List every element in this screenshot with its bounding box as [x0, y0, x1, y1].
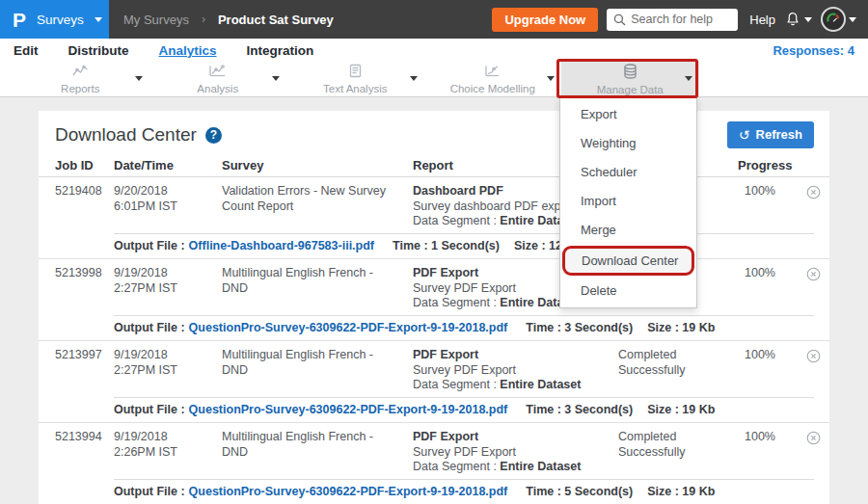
cancel-job-icon[interactable] — [798, 184, 829, 229]
cancel-job-icon[interactable] — [798, 266, 829, 311]
chevron-down-icon[interactable] — [272, 76, 280, 81]
header-date-time: Date/Time — [114, 158, 222, 172]
survey-nav: Edit Distribute Analytics Integration Re… — [0, 39, 868, 62]
toolbar-analysis-label: Analysis — [197, 83, 238, 94]
job-id: 5213994 — [55, 430, 114, 475]
output-file-label: Output File : — [114, 403, 185, 416]
output-size: Size : 19 Kb — [647, 403, 715, 416]
table-row: 5213997 9/19/2018 2:27PM IST Multilingua… — [39, 341, 829, 423]
menu-item-scheduler[interactable]: Scheduler — [560, 158, 696, 187]
tab-edit[interactable]: Edit — [14, 43, 39, 58]
topbar-actions: Upgrade Now Help — [492, 7, 868, 32]
toolbar-text-analysis[interactable]: Text Analysis — [286, 62, 424, 96]
report-title: PDF Export — [413, 348, 607, 363]
table-body: 5219408 9/20/2018 6:01PM IST Validation … — [39, 177, 829, 504]
date-time: 9/19/2018 2:26PM IST — [114, 430, 222, 475]
surveys-menu-label: Surveys — [37, 13, 84, 27]
table-row: 5213998 9/19/2018 2:27PM IST Multilingua… — [39, 259, 829, 341]
document-chart-icon — [348, 64, 363, 82]
chevron-down-icon — [849, 17, 856, 22]
output-file-link[interactable]: QuestionPro-Survey-6309622-PDF-Export-9-… — [189, 321, 508, 334]
top-bar: P Surveys My Surveys › Product Sat Surve… — [0, 0, 868, 39]
data-segment-label: Data Segment : — [413, 378, 497, 391]
questionpro-logo-icon: P — [13, 10, 26, 30]
toolbar-choice-modelling-label: Choice Modelling — [450, 83, 535, 94]
search-input[interactable] — [631, 13, 731, 26]
menu-item-download-center[interactable]: Download Center — [565, 249, 692, 273]
chevron-down-icon[interactable] — [410, 76, 418, 81]
responses-count[interactable]: Responses: 4 — [773, 43, 854, 58]
chevron-down-icon[interactable] — [135, 76, 143, 81]
tab-integration[interactable]: Integration — [247, 43, 314, 58]
output-time: Time : 3 Second(s) — [526, 321, 633, 334]
toolbar-reports[interactable]: Reports — [12, 62, 149, 96]
tab-analytics[interactable]: Analytics — [159, 43, 217, 58]
breadcrumb-separator: › — [202, 13, 205, 26]
table-header: Job ID Date/Time Survey Report Progress — [39, 149, 829, 177]
survey-name: Multilingual English French - DND — [222, 430, 413, 475]
download-center-panel: Download Center ? ↺ Refresh Job ID Date/… — [39, 111, 829, 504]
breadcrumb-current: Product Sat Survey — [218, 13, 334, 27]
refresh-button-label: Refresh — [756, 127, 802, 142]
data-segment-value: Entire Dataset — [500, 378, 581, 391]
output-file-link[interactable]: QuestionPro-Survey-6309622-PDF-Export-9-… — [189, 485, 508, 498]
output-time: Time : 1 Second(s) — [393, 239, 500, 252]
toolbar-reports-label: Reports — [61, 83, 99, 94]
data-segment-value: Entire Dataset — [500, 460, 581, 473]
report-desc: Survey PDF Export — [413, 363, 607, 379]
output-file-row: Output File :QuestionPro-Survey-6309622-… — [114, 479, 814, 504]
report-info: PDF Export Survey PDF Export Data Segmen… — [413, 430, 618, 475]
toolbar-analysis[interactable]: Analysis — [149, 62, 287, 96]
account-menu[interactable] — [821, 7, 856, 32]
upgrade-now-button[interactable]: Upgrade Now — [492, 8, 598, 32]
job-id: 5213997 — [55, 348, 114, 393]
table-row: 5219408 9/20/2018 6:01PM IST Validation … — [39, 177, 829, 259]
menu-item-import[interactable]: Import — [560, 187, 696, 216]
refresh-button[interactable]: ↺ Refresh — [727, 121, 814, 148]
bell-icon — [784, 11, 801, 28]
output-time: Time : 5 Second(s) — [526, 485, 633, 498]
toolbar-text-analysis-label: Text Analysis — [323, 83, 387, 94]
menu-item-weighting[interactable]: Weighting — [560, 129, 696, 158]
progress-value: 100% — [738, 266, 798, 311]
progress-value: 100% — [738, 430, 798, 475]
status-text: Completed Successfully — [618, 430, 738, 475]
menu-item-delete[interactable]: Delete — [560, 277, 696, 305]
output-size: Size : 19 Kb — [647, 485, 715, 498]
notifications-button[interactable] — [784, 11, 812, 28]
line-chart-icon — [71, 64, 90, 82]
annotation-download-center: Download Center — [562, 246, 694, 276]
data-segment: Data Segment : Entire Dataset — [413, 460, 607, 475]
help-search[interactable] — [607, 9, 738, 31]
breadcrumb-my-surveys[interactable]: My Surveys — [123, 13, 189, 27]
menu-item-merge[interactable]: Merge — [560, 216, 696, 245]
data-segment-label: Data Segment : — [413, 460, 497, 473]
output-time: Time : 3 Second(s) — [526, 403, 633, 416]
surveys-menu[interactable]: P Surveys — [0, 0, 109, 39]
report-info: PDF Export Survey PDF Export Data Segmen… — [413, 348, 618, 393]
help-link[interactable]: Help — [749, 13, 775, 27]
report-desc: Survey PDF Export — [413, 445, 607, 461]
cancel-job-icon[interactable] — [798, 348, 829, 393]
menu-item-export[interactable]: Export — [560, 100, 696, 129]
scatter-chart-icon — [208, 64, 227, 82]
status-text: Completed Successfully — [618, 348, 738, 393]
date-time: 9/19/2018 2:27PM IST — [114, 348, 222, 393]
chevron-down-icon[interactable] — [685, 76, 692, 81]
toolbar-manage-data-label: Manage Data — [597, 84, 664, 95]
output-file-link[interactable]: Offline-Dashboard-967583-iii.pdf — [189, 239, 374, 252]
toolbar-choice-modelling[interactable]: Choice Modelling — [424, 62, 562, 96]
chevron-down-icon[interactable] — [547, 76, 555, 81]
cancel-job-icon[interactable] — [798, 430, 829, 475]
help-icon[interactable]: ? — [205, 127, 222, 144]
header-survey: Survey — [222, 158, 413, 172]
breadcrumb: My Surveys › Product Sat Survey — [109, 13, 492, 27]
tab-distribute[interactable]: Distribute — [68, 43, 129, 58]
table-row: 5213994 9/19/2018 2:26PM IST Multilingua… — [39, 423, 829, 504]
output-file-row: Output File :QuestionPro-Survey-6309622-… — [114, 397, 814, 423]
toolbar-manage-data[interactable]: Manage Data — [561, 62, 699, 96]
output-file-link[interactable]: QuestionPro-Survey-6309622-PDF-Export-9-… — [189, 403, 508, 416]
manage-data-dropdown: Export Weighting Scheduler Import Merge … — [559, 97, 697, 308]
refresh-icon: ↺ — [739, 128, 750, 142]
output-file-label: Output File : — [114, 485, 185, 498]
